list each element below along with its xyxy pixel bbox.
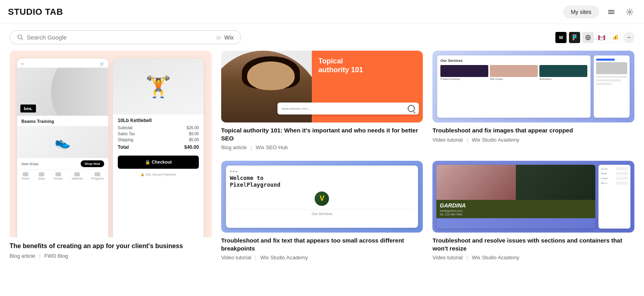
shop-shape <box>39 172 44 176</box>
card-troubleshoot-sections[interactable]: GARDINA info@gardina.com Tel: 123-456-78… <box>432 161 634 261</box>
card-troubleshoot-images[interactable]: Our Services Creative Branding Web Desig… <box>432 51 634 151</box>
header-right: My sites <box>563 6 636 18</box>
svg-line-5 <box>22 38 23 40</box>
phone-menu-icon: ≡ <box>21 62 23 66</box>
topical-title-line2: authority 101 <box>318 66 363 75</box>
search-area: or Wix W <box>0 24 644 49</box>
gardina-top <box>436 165 595 200</box>
pixel-services-label: Our Services <box>230 209 414 216</box>
programs-shape <box>95 172 100 176</box>
card-pixel-type: Video tutorial <box>221 255 252 260</box>
gardina-thumbnail: GARDINA info@gardina.com Tel: 123-456-78… <box>432 161 634 233</box>
more-extensions-icon[interactable]: ··· <box>623 32 634 43</box>
panel-row-1: Sizing <box>601 167 628 170</box>
checkout-button[interactable]: 🔒 Checkout <box>118 156 199 169</box>
shoe-image: 👟 <box>17 126 108 158</box>
panel-row-4: Min H <box>601 182 628 185</box>
card-sections-source: Wix Studio Academy <box>472 255 519 260</box>
total-line: Total $40.00 <box>113 143 204 153</box>
svg-point-3 <box>629 11 631 13</box>
card-services-source: Wix Studio Academy <box>472 137 519 143</box>
search-input[interactable] <box>27 34 213 41</box>
globe-extension-icon[interactable] <box>583 32 594 43</box>
card-pixel-source: Wix Studio Academy <box>260 255 308 260</box>
wix-icon-label: W <box>559 35 563 40</box>
panel-label-2: Width <box>601 172 614 175</box>
card-troubleshoot-text[interactable]: ● ● ● Welcome to PixelPlayground V Our S… <box>221 161 423 261</box>
card-sections-meta: Video tutorial | Wix Studio Academy <box>432 255 634 260</box>
card-topical-source: Wix SEO Hub <box>256 144 288 150</box>
panel-row-2: Width <box>601 172 628 175</box>
meta-sep-3: | <box>467 137 468 143</box>
panel-line-4 <box>596 83 612 85</box>
panel-line-3 <box>596 79 621 81</box>
subtotal-value: $26.00 <box>187 126 199 130</box>
service-img-illustrations <box>539 65 587 77</box>
card-app-benefits-title: The benefits of creating an app for your… <box>10 242 212 251</box>
nav-shop: Shop <box>38 172 45 180</box>
phone-cart-icon: 🛒 <box>100 62 104 66</box>
svg-rect-9 <box>573 38 575 40</box>
svg-rect-7 <box>575 34 577 36</box>
nav-home: Home <box>22 172 30 180</box>
card-type: Blog article <box>10 253 35 259</box>
service-label-3: Illustrations <box>539 78 587 80</box>
mock-phone-beams: ≡ 🛒 bea. Beams Training 👟 New drops Shop… <box>17 59 108 237</box>
card-gardina-image: GARDINA info@gardina.com Tel: 123-456-78… <box>432 161 634 233</box>
search-divider: or <box>216 34 221 41</box>
card-app-benefits[interactable]: ≡ 🛒 bea. Beams Training 👟 New drops Shop… <box>10 51 212 261</box>
service-img-web <box>490 65 538 77</box>
bea-logo: bea. <box>20 105 36 112</box>
my-sites-button[interactable]: My sites <box>563 6 599 18</box>
gardina-bottom: GARDINA info@gardina.com Tel: 123-456-78… <box>436 200 595 218</box>
gmail-icon <box>598 35 605 40</box>
shipping-value: $5.00 <box>189 138 199 142</box>
content-grid: ≡ 🛒 bea. Beams Training 👟 New drops Shop… <box>0 49 644 271</box>
services-main-card: Our Services Creative Branding Web Desig… <box>437 55 590 118</box>
card-topical-title: Topical authority 101: When it's importa… <box>221 126 423 142</box>
panel-label-4: Min H <box>601 182 614 184</box>
shipping-line: Shipping $5.00 <box>113 137 204 143</box>
figma-extension-icon[interactable] <box>569 32 580 43</box>
nav-programs-label: Programs <box>91 177 103 180</box>
card-source: FWD Blog <box>44 253 68 259</box>
svg-rect-2 <box>608 13 614 14</box>
panel-input-3 <box>616 177 628 180</box>
pixel-brand: PixelPlayground <box>230 182 280 188</box>
panel-mini-img <box>596 62 627 74</box>
person-face <box>247 61 294 90</box>
beams-title: Beams Training <box>17 116 108 126</box>
wix-extension-icon[interactable]: W <box>555 32 567 43</box>
nav-galleries-label: Galleries <box>71 177 83 180</box>
nav-galleries: Galleries <box>71 172 83 180</box>
search-circle-icon <box>408 105 415 112</box>
card-app-benefits-meta: Blog article | FWD Blog <box>10 253 212 259</box>
card-topical-info: Topical authority 101: When it's importa… <box>221 122 423 151</box>
pixel-thumbnail: ● ● ● Welcome to PixelPlayground V Our S… <box>221 161 423 233</box>
panel-label-3: Height <box>601 177 614 180</box>
wix-search-link[interactable]: Wix <box>224 34 234 41</box>
shop-now-button[interactable]: Shop Now <box>81 160 104 167</box>
panel-row-3: Height <box>601 177 628 180</box>
card-services-image: Our Services Creative Branding Web Desig… <box>432 51 634 122</box>
meta-sep-2: | <box>251 144 252 150</box>
panel-line-1 <box>596 59 615 61</box>
card-topical-image: Topical authority 101 www.website.com/..… <box>221 51 423 122</box>
gmail-extension-icon[interactable] <box>596 32 607 43</box>
card-services-type: Video tutorial <box>432 137 463 143</box>
url-text: www.website.com/... <box>281 107 405 111</box>
meta-sep-5: | <box>467 255 468 260</box>
card-sections-type: Video tutorial <box>432 255 463 260</box>
service-img-branding <box>440 65 488 77</box>
settings-icon-button[interactable] <box>623 6 636 18</box>
card-topical-authority[interactable]: Topical authority 101 www.website.com/..… <box>221 51 423 151</box>
services-grid: Creative Branding Web Design Illustratio… <box>440 65 587 80</box>
pixel-logo: V <box>315 191 329 206</box>
card-pixel-title: Troubleshoot and fix text that appears t… <box>221 237 423 252</box>
card-topical-meta: Blog article | Wix SEO Hub <box>221 144 423 150</box>
panel-label-1: Sizing <box>601 168 614 170</box>
card-services-meta: Video tutorial | Wix Studio Academy <box>432 137 634 143</box>
menu-icon-button[interactable] <box>605 6 618 18</box>
gardina-phone: Tel: 123-456-7890 <box>440 213 592 216</box>
analytics-extension-icon[interactable] <box>610 32 621 43</box>
